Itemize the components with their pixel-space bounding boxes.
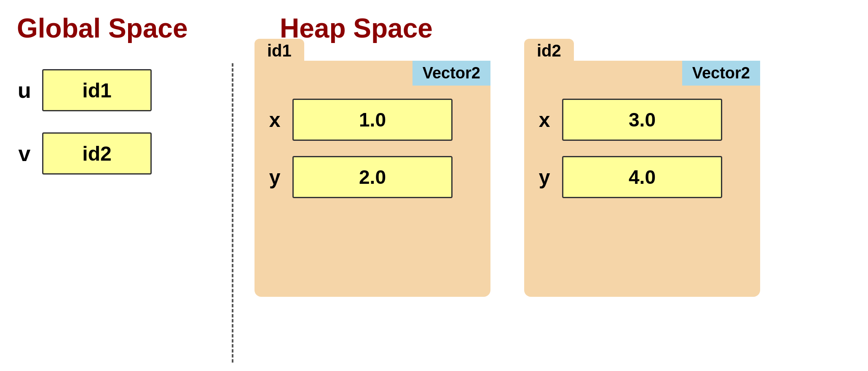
heap-field-id1-y-box: 2.0 bbox=[292, 156, 453, 198]
var-box-u-value: id1 bbox=[82, 79, 111, 102]
heap-field-id1-x-box: 1.0 bbox=[292, 99, 453, 141]
heap-field-id2-x: x 3.0 bbox=[537, 99, 747, 141]
variable-row-u: u id1 bbox=[17, 69, 152, 111]
heap-field-id2-y-box: 4.0 bbox=[562, 156, 722, 198]
var-label-u: u bbox=[17, 78, 32, 103]
heap-field-id2-y-value: 4.0 bbox=[629, 166, 656, 188]
heap-object-id2-tab: id2 bbox=[524, 39, 574, 63]
var-box-v: id2 bbox=[42, 132, 152, 175]
heap-objects-row: id1 Vector2 x 1.0 y 2.0 bbox=[246, 61, 760, 297]
heap-object-id1-type: Vector2 bbox=[413, 61, 490, 86]
heap-object-id2-fields: x 3.0 y 4.0 bbox=[537, 99, 747, 198]
global-space-section: Global Space u id1 v id2 bbox=[17, 8, 219, 196]
page-container: Global Space u id1 v id2 Heap Space id1 … bbox=[0, 0, 868, 371]
heap-field-id1-x-value: 1.0 bbox=[359, 108, 386, 131]
heap-object-id2-type: Vector2 bbox=[682, 61, 760, 86]
heap-object-id1-tab: id1 bbox=[255, 39, 304, 63]
heap-field-id2-y: y 4.0 bbox=[537, 156, 747, 198]
heap-space-section: Heap Space id1 Vector2 x 1.0 y bbox=[246, 8, 851, 297]
var-box-v-value: id2 bbox=[82, 142, 111, 165]
variable-row-v: v id2 bbox=[17, 132, 152, 175]
section-divider bbox=[232, 63, 233, 363]
heap-field-id1-y-value: 2.0 bbox=[359, 166, 386, 188]
heap-field-id1-y: y 2.0 bbox=[267, 156, 478, 198]
heap-field-id2-x-box: 3.0 bbox=[562, 99, 722, 141]
heap-field-id1-x: x 1.0 bbox=[267, 99, 478, 141]
var-label-v: v bbox=[17, 141, 32, 166]
heap-object-id1: id1 Vector2 x 1.0 y 2.0 bbox=[255, 61, 490, 297]
heap-object-id1-fields: x 1.0 y 2.0 bbox=[267, 99, 478, 198]
heap-field-id1-y-label: y bbox=[267, 166, 282, 189]
var-box-u: id1 bbox=[42, 69, 152, 111]
heap-field-id2-x-label: x bbox=[537, 108, 552, 132]
heap-field-id2-y-label: y bbox=[537, 166, 552, 189]
heap-object-id2: id2 Vector2 x 3.0 y 4.0 bbox=[524, 61, 760, 297]
global-space-title: Global Space bbox=[17, 13, 188, 44]
heap-field-id2-x-value: 3.0 bbox=[629, 108, 656, 131]
heap-field-id1-x-label: x bbox=[267, 108, 282, 132]
